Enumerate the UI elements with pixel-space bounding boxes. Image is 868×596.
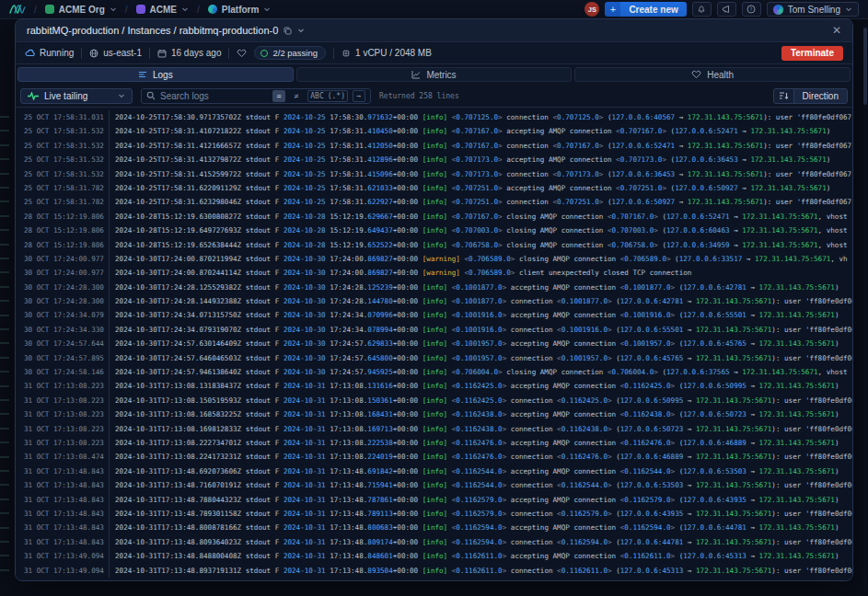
copy-icon[interactable] [284, 27, 292, 35]
notifications-button[interactable] [692, 2, 712, 17]
log-line: 2024-10-25T17:58:30.971735702Z stdout F … [110, 110, 852, 124]
log-row: 28 OCT 15:12:19.8062024-10-28T15:12:19.6… [16, 210, 852, 224]
regex-button[interactable]: (.*) [326, 91, 347, 101]
filter-mode-group: ABC (.*) [307, 90, 348, 102]
chevron-down-icon [845, 6, 852, 13]
org-switcher[interactable]: ACME Org [45, 5, 117, 15]
log-timestamp-gutter: 31 OCT 17:13:48.843 [16, 507, 110, 521]
log-row: 31 OCT 17:13:08.2232024-10-31T17:13:08.1… [16, 379, 852, 393]
bell-icon [697, 5, 706, 14]
log-line: 2024-10-31T17:13:48.848800408Z stdout F … [110, 549, 852, 563]
calendar-icon [157, 49, 167, 58]
log-line: 2024-10-28T15:12:19.649727693Z stdout F … [110, 224, 852, 237]
panel-breadcrumb: rabbitMQ-production / Instances / rabbit… [27, 25, 278, 36]
log-line: 2024-10-25T17:58:31.622091129Z stdout F … [110, 181, 852, 195]
tab-health[interactable]: Health [574, 67, 851, 82]
svg-text:?: ? [750, 6, 753, 12]
log-row: 28 OCT 15:12:19.8062024-10-28T15:12:19.6… [16, 238, 852, 252]
search-icon [146, 91, 156, 100]
log-timestamp-gutter: 31 OCT 17:13:08.223 [16, 422, 110, 436]
instance-panel: rabbitMQ-production / Instances / rabbit… [15, 18, 853, 581]
direction-label: Direction [794, 89, 847, 103]
filter-not-equals-button[interactable]: ≠ [290, 90, 303, 102]
log-line: 2024-10-25T17:58:31.412166657Z stdout F … [110, 139, 852, 153]
log-timestamp-gutter: 30 OCT 17:24:00.977 [16, 266, 110, 280]
search-input[interactable] [160, 91, 268, 101]
log-line: 2024-10-25T17:58:31.623298046Z stdout F … [110, 195, 852, 209]
log-row: 25 OCT 17:58:31.5322024-10-25T17:58:31.4… [16, 124, 852, 138]
log-timestamp-gutter: 28 OCT 15:12:19.806 [16, 238, 110, 252]
log-line: 2024-10-31T17:13:08.222734701Z stdout F … [110, 436, 852, 450]
log-line: 2024-10-30T17:24:57.946138640Z stdout F … [110, 365, 852, 379]
chart-icon [411, 70, 421, 79]
globe-icon [89, 49, 98, 58]
log-timestamp-gutter: 25 OCT 17:58:31.532 [16, 139, 110, 153]
panel-header: rabbitMQ-production / Instances / rabbit… [16, 19, 852, 41]
instance-statusbar: Running us-east-1 16 days ago 2/2 passin… [16, 41, 852, 64]
page-scrollbar[interactable] [863, 22, 867, 592]
log-row: 31 OCT 17:13:48.8432024-10-31T17:13:48.7… [16, 507, 852, 521]
create-new-button[interactable]: + Create new [605, 2, 686, 17]
log-line: 2024-10-30T17:24:57.630146409Z stdout F … [110, 337, 852, 350]
log-timestamp-gutter: 30 OCT 17:24:58.146 [16, 365, 110, 379]
heart-icon [691, 70, 701, 79]
user-avatar [773, 5, 783, 15]
log-line: 2024-10-30T17:24:00.870211994Z stdout F … [110, 252, 852, 266]
topnav-actions: JS + Create new ? Tom Snelling [584, 2, 859, 17]
terminate-button[interactable]: Terminate [781, 46, 843, 61]
chevron-down-icon [181, 6, 189, 13]
log-timestamp-gutter: 25 OCT 17:58:31.782 [16, 195, 110, 209]
log-row: 31 OCT 17:13:08.2232024-10-31T17:13:08.1… [16, 407, 852, 421]
user-name: Tom Snelling [788, 5, 840, 15]
log-row: 31 OCT 17:13:08.4742024-10-31T17:13:08.2… [16, 450, 852, 464]
log-line: 2024-10-31T17:13:48.789301158Z stdout F … [110, 507, 852, 521]
case-sensitivity-button[interactable]: ABC [308, 91, 325, 101]
log-row: 30 OCT 17:24:28.3002024-10-30T17:24:28.1… [16, 294, 852, 308]
direction-control[interactable]: Direction [773, 88, 848, 104]
log-timestamp-gutter: 28 OCT 15:12:19.806 [16, 224, 110, 237]
org-label: ACME Org [59, 5, 105, 15]
status-age: 16 days ago [157, 48, 222, 58]
page-scrollbar-thumb[interactable] [863, 28, 867, 105]
chevron-down-icon[interactable] [297, 27, 305, 34]
collaborator-avatar[interactable]: JS [584, 2, 599, 17]
log-row: 25 OCT 17:58:31.5322024-10-25T17:58:31.4… [16, 139, 852, 153]
sort-descending-icon [774, 89, 794, 103]
log-line: 2024-10-25T17:58:31.413279872Z stdout F … [110, 153, 852, 166]
breadcrumb-separator: / [125, 5, 128, 15]
plus-icon: + [605, 2, 620, 17]
log-line: 2024-10-30T17:24:34.071315750Z stdout F … [110, 308, 852, 322]
brand-logo-icon[interactable] [9, 5, 26, 15]
log-row: 25 OCT 17:58:31.5322024-10-25T17:58:31.4… [16, 167, 852, 181]
log-row: 31 OCT 17:13:48.8432024-10-31T17:13:48.7… [16, 493, 852, 507]
team-label: ACME [150, 5, 177, 15]
log-line: 2024-10-31T17:13:08.169812833Z stdout F … [110, 422, 852, 436]
tab-logs[interactable]: Logs [17, 67, 294, 82]
close-icon[interactable]: ✕ [832, 25, 841, 36]
log-timestamp-gutter: 25 OCT 17:58:31.532 [16, 153, 110, 166]
help-button[interactable]: ? [742, 2, 761, 17]
log-row: 25 OCT 17:58:31.0312024-10-25T17:58:30.9… [16, 110, 852, 124]
log-line: 2024-10-31T17:13:08.224173231Z stdout F … [110, 450, 852, 464]
search-submit-button[interactable]: → [353, 90, 365, 102]
log-line: 2024-10-31T17:13:48.692073606Z stdout F … [110, 464, 852, 478]
log-row: 30 OCT 17:24:57.8952024-10-30T17:24:57.6… [16, 351, 852, 365]
returned-lines-count: Returned 258 lines [379, 92, 459, 100]
logs-toolbar: Live tailing = ≠ ABC (.*) → Returned 258… [16, 85, 852, 108]
divider [333, 48, 334, 59]
section-switcher[interactable]: Platform [208, 5, 272, 15]
live-tailing-dropdown[interactable]: Live tailing [20, 88, 133, 104]
cloud-icon [25, 49, 35, 57]
log-row: 28 OCT 15:12:19.8062024-10-28T15:12:19.6… [16, 224, 852, 237]
divider [228, 48, 229, 59]
announcements-button[interactable] [717, 2, 736, 17]
platform-icon [208, 5, 217, 14]
filter-equals-button[interactable]: = [272, 90, 285, 102]
user-menu[interactable]: Tom Snelling [767, 2, 859, 17]
team-switcher[interactable]: ACME [136, 5, 189, 15]
favorite-toggle[interactable] [237, 49, 247, 58]
chevron-down-icon [118, 92, 125, 99]
panel-tabs: Logs Metrics Health [16, 64, 852, 85]
log-row: 31 OCT 17:13:08.2232024-10-31T17:13:08.1… [16, 394, 852, 407]
tab-metrics[interactable]: Metrics [296, 67, 573, 82]
